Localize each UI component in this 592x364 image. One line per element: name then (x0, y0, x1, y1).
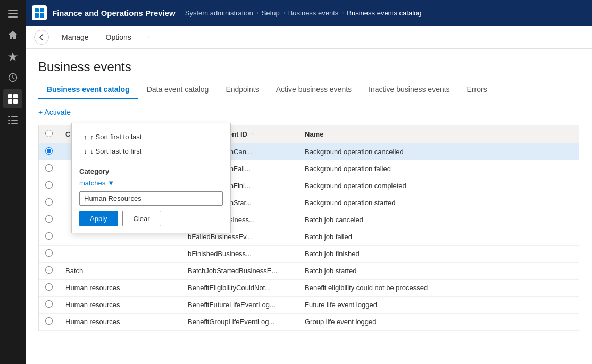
filter-matches-dropdown[interactable]: matches ▼ (79, 179, 114, 187)
filter-dropdown: ↑ ↑ Sort first to last ↓ ↓ Sort last to … (71, 123, 231, 233)
search-button[interactable] (144, 32, 154, 42)
back-button[interactable] (34, 30, 49, 45)
svg-rect-11 (11, 120, 18, 121)
activate-button[interactable]: + Activate (38, 106, 71, 118)
breadcrumb-bizevents[interactable]: Business events (288, 9, 339, 17)
sort-asc-option[interactable]: ↑ ↑ Sort first to last (79, 130, 223, 144)
svg-rect-4 (8, 94, 12, 98)
cell-event-id: bFinishedBusiness... (181, 246, 298, 263)
row-radio[interactable] (45, 215, 53, 223)
cell-name: Background operation failed (298, 160, 579, 177)
tab-catalog[interactable]: Business event catalog (38, 81, 138, 99)
breadcrumb-sep-1: › (256, 9, 259, 16)
cell-name: Background operation completed (298, 177, 579, 194)
cell-category: Batch (59, 263, 181, 280)
options-button[interactable]: Options (102, 31, 136, 44)
sort-asc-label: ↑ Sort first to last (90, 133, 142, 141)
tab-data-catalog[interactable]: Data event catalog (138, 81, 218, 99)
cell-name: Group life event logged (298, 314, 579, 331)
cell-category (59, 246, 181, 263)
cell-event-id: BenefitEligibilityCouldNot... (181, 280, 298, 297)
svg-rect-0 (8, 10, 18, 11)
svg-rect-15 (40, 8, 44, 12)
cell-event-id: BenefitGroupLifeEventLog... (181, 314, 298, 331)
row-radio[interactable] (45, 300, 53, 308)
star-icon[interactable] (3, 47, 22, 66)
table-row[interactable]: Batch BatchJobStartedBusinessE... Batch … (39, 263, 579, 280)
app-icon (32, 5, 47, 20)
svg-rect-7 (13, 99, 18, 104)
breadcrumb: System administration › Setup › Business… (185, 9, 422, 17)
hamburger-icon[interactable] (3, 4, 22, 23)
row-radio[interactable] (45, 181, 53, 189)
cell-category: Human resources (59, 297, 181, 314)
cell-category: Human resources (59, 280, 181, 297)
breadcrumb-catalog[interactable]: Business events catalog (347, 9, 421, 17)
row-radio[interactable] (45, 198, 53, 206)
clear-button[interactable]: Clear (122, 211, 161, 226)
row-radio[interactable] (45, 232, 53, 240)
sort-desc-label: ↓ Sort last to first (90, 147, 142, 155)
cell-name: Background operation started (298, 194, 579, 211)
svg-rect-14 (35, 8, 39, 12)
sort-desc-icon: ↓ (84, 147, 87, 155)
svg-rect-17 (40, 13, 44, 18)
breadcrumb-sysadmin[interactable]: System administration (185, 9, 253, 17)
table-row[interactable]: bFinishedBusiness... Batch job finished (39, 246, 579, 263)
breadcrumb-sep-2: › (283, 9, 285, 16)
sort-desc-option[interactable]: ↓ ↓ Sort last to first (79, 144, 223, 158)
left-sidebar (0, 0, 26, 364)
row-radio[interactable] (45, 249, 53, 257)
filter-divider (79, 163, 223, 163)
select-all-radio[interactable] (45, 130, 53, 137)
row-radio[interactable] (45, 147, 53, 155)
row-radio[interactable] (45, 283, 53, 291)
row-radio[interactable] (45, 266, 53, 274)
col-header-select (39, 125, 59, 143)
row-radio[interactable] (45, 317, 53, 325)
cell-category: Human resources (59, 314, 181, 331)
toolbar: Manage Options (26, 26, 592, 49)
apply-button[interactable]: Apply (79, 211, 118, 226)
table-row[interactable]: Human resources BenefitFutureLifeEventLo… (39, 297, 579, 314)
cell-name: Batch job canceled (298, 211, 579, 228)
svg-line-19 (149, 37, 149, 38)
main-content: Business events Business event catalog D… (26, 49, 592, 364)
top-nav: Finance and Operations Preview System ad… (26, 0, 592, 26)
table-row[interactable]: Human resources BenefitGroupLifeEventLog… (39, 314, 579, 331)
svg-rect-16 (35, 13, 39, 18)
page-title: Business events (38, 60, 579, 74)
cell-event-id: BenefitFutureLifeEventLog... (181, 297, 298, 314)
filter-buttons: Apply Clear (79, 211, 223, 226)
svg-rect-10 (8, 120, 10, 121)
cell-name: Batch job finished (298, 246, 579, 263)
breadcrumb-setup[interactable]: Setup (262, 9, 280, 17)
tab-active-events[interactable]: Active business events (268, 81, 360, 99)
home-icon[interactable] (3, 26, 22, 45)
table-row[interactable]: Human resources BenefitEligibilityCouldN… (39, 280, 579, 297)
matches-chevron: ▼ (107, 179, 114, 187)
content-area: + Activate Category (26, 99, 592, 364)
clock-icon[interactable] (3, 68, 22, 87)
svg-rect-1 (8, 13, 18, 14)
dashboard-icon[interactable] (3, 89, 22, 108)
col-header-name: Name (298, 125, 579, 143)
event-id-sort-icon: ↑ (252, 131, 255, 138)
row-radio[interactable] (45, 164, 53, 172)
tab-inactive-events[interactable]: Inactive business events (360, 81, 458, 99)
cell-event-id: BatchJobStartedBusinessE... (181, 263, 298, 280)
tabs: Business event catalog Data event catalo… (26, 81, 592, 99)
tab-errors[interactable]: Errors (458, 81, 496, 99)
manage-button[interactable]: Manage (57, 31, 93, 44)
tab-endpoints[interactable]: Endpoints (217, 81, 267, 99)
cell-name: Batch job started (298, 263, 579, 280)
cell-name: Future life event logged (298, 297, 579, 314)
svg-point-18 (148, 37, 149, 37)
svg-rect-9 (11, 116, 18, 117)
page-header: Business events (26, 49, 592, 81)
svg-rect-2 (8, 16, 18, 18)
filter-input[interactable] (79, 191, 223, 206)
list-icon[interactable] (3, 111, 22, 130)
svg-rect-13 (11, 123, 18, 124)
svg-rect-6 (8, 99, 12, 104)
